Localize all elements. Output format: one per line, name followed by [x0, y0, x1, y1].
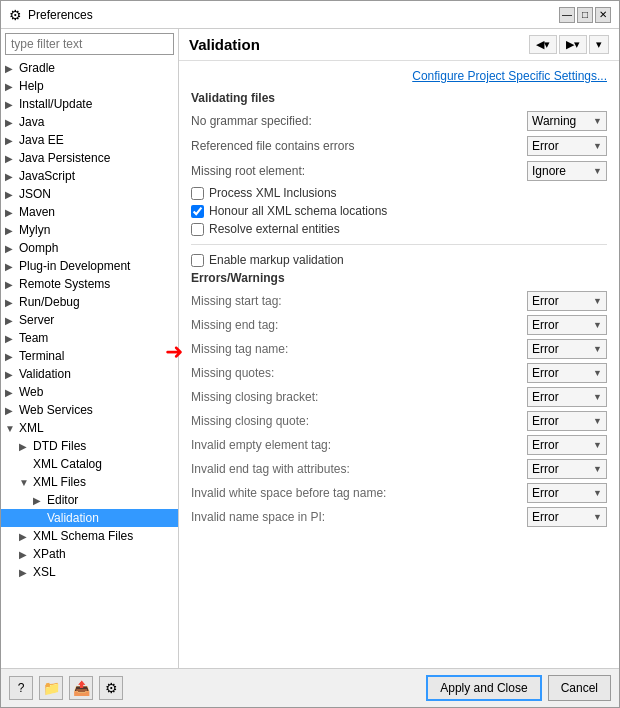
chevron-down-icon: ▼: [593, 440, 602, 450]
content-title: Validation: [189, 36, 260, 53]
error-value: Error: [532, 414, 559, 428]
sidebar-item-label: XML Files: [33, 475, 86, 489]
sidebar-item-maven[interactable]: ▶Maven: [1, 203, 178, 221]
sidebar-item-validation[interactable]: Validation: [1, 509, 178, 527]
tree-arrow-icon: ▶: [5, 225, 17, 236]
chevron-down-icon: ▼: [593, 141, 602, 151]
error-label: Missing end tag:: [191, 318, 527, 332]
content-header: Validation ◀▾ ▶▾ ▾: [179, 29, 619, 61]
sidebar-item-xml-schema-files[interactable]: ▶XML Schema Files: [1, 527, 178, 545]
error-dropdown-2[interactable]: Error▼: [527, 339, 607, 359]
error-label: Missing start tag:: [191, 294, 527, 308]
sidebar-item-java-persistence[interactable]: ▶Java Persistence: [1, 149, 178, 167]
sidebar-item-label: XML Catalog: [33, 457, 102, 471]
sidebar-item-gradle[interactable]: ▶Gradle: [1, 59, 178, 77]
help-button[interactable]: ?: [9, 676, 33, 700]
sidebar-item-web[interactable]: ▶Web: [1, 383, 178, 401]
close-button[interactable]: ✕: [595, 7, 611, 23]
sidebar-item-oomph[interactable]: ▶Oomph: [1, 239, 178, 257]
chevron-down-icon: ▼: [593, 368, 602, 378]
sidebar-item-plug-in-development[interactable]: ▶Plug-in Development: [1, 257, 178, 275]
configure-link[interactable]: Configure Project Specific Settings...: [191, 69, 607, 83]
tree-arrow-icon: ▶: [5, 117, 17, 128]
maximize-button[interactable]: □: [577, 7, 593, 23]
sidebar-item-dtd-files[interactable]: ▶DTD Files: [1, 437, 178, 455]
import-button[interactable]: 📁: [39, 676, 63, 700]
error-dropdown-0[interactable]: Error▼: [527, 291, 607, 311]
error-dropdown-9[interactable]: Error▼: [527, 507, 607, 527]
filter-input[interactable]: [5, 33, 174, 55]
content-area: Validation ◀▾ ▶▾ ▾ Configure Project Spe…: [179, 29, 619, 668]
sidebar-item-java[interactable]: ▶Java: [1, 113, 178, 131]
sidebar-item-xpath[interactable]: ▶XPath: [1, 545, 178, 563]
menu-button[interactable]: ▾: [589, 35, 609, 54]
sidebar-item-editor[interactable]: ▶Editor: [1, 491, 178, 509]
title-bar: ⚙ Preferences — □ ✕: [1, 1, 619, 29]
error-value: Error: [532, 486, 559, 500]
sidebar-item-label: Run/Debug: [19, 295, 80, 309]
sidebar-item-json[interactable]: ▶JSON: [1, 185, 178, 203]
export-button[interactable]: 📤: [69, 676, 93, 700]
sidebar-item-xsl[interactable]: ▶XSL: [1, 563, 178, 581]
process-xml-checkbox[interactable]: [191, 187, 204, 200]
error-value: Error: [532, 510, 559, 524]
cancel-button[interactable]: Cancel: [548, 675, 611, 701]
sidebar-item-xml-files[interactable]: ▼XML Files: [1, 473, 178, 491]
error-dropdown-6[interactable]: Error▼: [527, 435, 607, 455]
sidebar-item-xml[interactable]: ▼XML: [1, 419, 178, 437]
chevron-down-icon: ▼: [593, 296, 602, 306]
sidebar-item-terminal[interactable]: ▶Terminal: [1, 347, 178, 365]
tree-arrow-icon: ▶: [5, 333, 17, 344]
enable-markup-checkbox[interactable]: [191, 254, 204, 267]
sidebar-item-mylyn[interactable]: ▶Mylyn: [1, 221, 178, 239]
error-value: Error: [532, 342, 559, 356]
sidebar-item-label: Web: [19, 385, 43, 399]
sidebar-item-server[interactable]: ▶Server: [1, 311, 178, 329]
tree-arrow-icon: ▶: [5, 207, 17, 218]
sidebar-item-javascript[interactable]: ▶JavaScript: [1, 167, 178, 185]
no-grammar-label: No grammar specified:: [191, 114, 527, 128]
honour-xml-checkbox[interactable]: [191, 205, 204, 218]
sidebar-item-run/debug[interactable]: ▶Run/Debug: [1, 293, 178, 311]
missing-root-dropdown[interactable]: Ignore ▼: [527, 161, 607, 181]
error-dropdown-7[interactable]: Error▼: [527, 459, 607, 479]
error-row-8: Invalid white space before tag name:Erro…: [191, 483, 607, 503]
error-dropdown-5[interactable]: Error▼: [527, 411, 607, 431]
errors-table: Missing start tag:Error▼Missing end tag:…: [191, 291, 607, 527]
apply-close-button[interactable]: Apply and Close: [426, 675, 541, 701]
sidebar-item-xml-catalog[interactable]: XML Catalog: [1, 455, 178, 473]
tree-arrow-icon: ▶: [5, 63, 17, 74]
error-dropdown-3[interactable]: Error▼: [527, 363, 607, 383]
sidebar-item-validation[interactable]: ▶Validation: [1, 365, 178, 383]
error-dropdown-1[interactable]: Error▼: [527, 315, 607, 335]
back-button[interactable]: ◀▾: [529, 35, 557, 54]
error-dropdown-8[interactable]: Error▼: [527, 483, 607, 503]
tree-arrow-icon: ▶: [19, 549, 31, 560]
error-row-3: Missing quotes:Error▼: [191, 363, 607, 383]
tree-arrow-icon: ▶: [19, 531, 31, 542]
sidebar-item-label: Install/Update: [19, 97, 92, 111]
referenced-file-dropdown[interactable]: Error ▼: [527, 136, 607, 156]
sidebar-item-web-services[interactable]: ▶Web Services: [1, 401, 178, 419]
chevron-down-icon: ▼: [593, 392, 602, 402]
no-grammar-dropdown[interactable]: Warning ▼: [527, 111, 607, 131]
sidebar-item-remote-systems[interactable]: ▶Remote Systems: [1, 275, 178, 293]
error-row-0: Missing start tag:Error▼: [191, 291, 607, 311]
error-row-1: Missing end tag:Error▼: [191, 315, 607, 335]
error-label: Missing quotes:: [191, 366, 527, 380]
main-area: ▶Gradle▶Help▶Install/Update▶Java▶Java EE…: [1, 29, 619, 668]
minimize-button[interactable]: —: [559, 7, 575, 23]
referenced-file-value: Error: [532, 139, 559, 153]
tree-area: ▶Gradle▶Help▶Install/Update▶Java▶Java EE…: [1, 59, 178, 668]
sidebar-item-java-ee[interactable]: ▶Java EE: [1, 131, 178, 149]
sidebar-item-team[interactable]: ▶Team: [1, 329, 178, 347]
error-dropdown-4[interactable]: Error▼: [527, 387, 607, 407]
preferences-window: ⚙ Preferences — □ ✕ ▶Gradle▶Help▶Install…: [0, 0, 620, 708]
chevron-down-icon: ▼: [593, 320, 602, 330]
sidebar-item-help[interactable]: ▶Help: [1, 77, 178, 95]
sidebar-item-install/update[interactable]: ▶Install/Update: [1, 95, 178, 113]
settings-button[interactable]: ⚙: [99, 676, 123, 700]
resolve-external-checkbox[interactable]: [191, 223, 204, 236]
forward-button[interactable]: ▶▾: [559, 35, 587, 54]
sidebar-item-label: Gradle: [19, 61, 55, 75]
